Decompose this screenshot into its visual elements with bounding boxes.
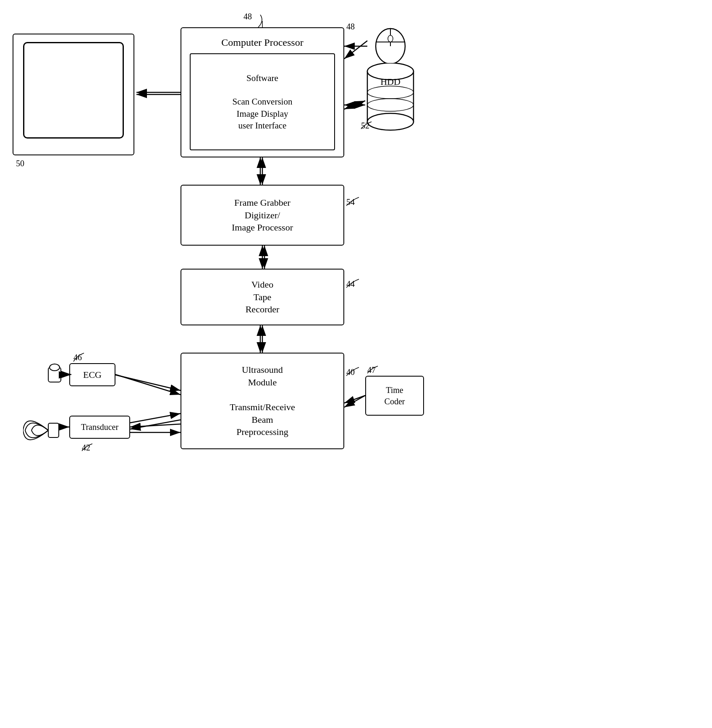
computer-processor-box: Computer Processor Software Scan Convers… xyxy=(181,27,344,157)
svg-text:HDD: HDD xyxy=(380,76,400,87)
mouse-icon xyxy=(367,23,414,63)
frame-grabber-label: Frame Grabber Digitizer/ Image Processor xyxy=(232,196,293,234)
ultrasound-module-box: Ultrasound Module Transmit/Receive Beam … xyxy=(181,353,344,449)
vtr-label: Video Tape Recorder xyxy=(246,278,280,316)
ref-48-mouse: 48 xyxy=(346,22,355,31)
svg-line-35 xyxy=(130,414,181,423)
ref-48-leader xyxy=(252,15,269,29)
ref-46-leader xyxy=(71,351,86,363)
svg-line-36 xyxy=(130,420,181,429)
ref-50: 50 xyxy=(16,159,24,168)
svg-point-27 xyxy=(50,364,60,371)
computer-processor-label: Computer Processor xyxy=(181,36,343,49)
svg-line-14 xyxy=(344,395,365,403)
video-tape-recorder-box: Video Tape Recorder xyxy=(181,269,344,325)
transducer-box: Transducer xyxy=(69,416,130,439)
svg-point-18 xyxy=(367,113,414,130)
ref-44-leader xyxy=(344,277,361,290)
svg-point-25 xyxy=(388,35,393,42)
monitor-screen xyxy=(23,42,124,139)
transducer-label: Transducer xyxy=(81,422,118,433)
frame-grabber-box: Frame Grabber Digitizer/ Image Processor xyxy=(181,185,344,246)
software-inner-box: Software Scan Conversion Image Display u… xyxy=(190,53,335,150)
ecg-box: ECG xyxy=(69,363,115,386)
time-coder-box: Time Coder xyxy=(365,376,424,416)
ref-42-leader xyxy=(80,442,94,453)
svg-line-37 xyxy=(344,395,365,407)
transducer-icon xyxy=(23,407,73,453)
ref-40-leader xyxy=(344,365,361,378)
ultrasound-label: Ultrasound Module Transmit/Receive Beam … xyxy=(230,364,295,438)
svg-rect-29 xyxy=(48,423,59,437)
ref-54-leader xyxy=(344,195,361,208)
probe-icon xyxy=(25,359,71,390)
time-coder-label: Time Coder xyxy=(385,385,405,407)
ref-52-leader xyxy=(359,120,374,131)
svg-line-11 xyxy=(130,424,181,427)
ref-47-leader xyxy=(365,364,380,376)
svg-line-33 xyxy=(115,375,181,390)
svg-line-10 xyxy=(115,374,181,395)
ecg-label: ECG xyxy=(83,369,102,381)
software-label: Software Scan Conversion Image Display u… xyxy=(233,72,293,132)
ref-48-cp: 48 xyxy=(243,12,252,21)
